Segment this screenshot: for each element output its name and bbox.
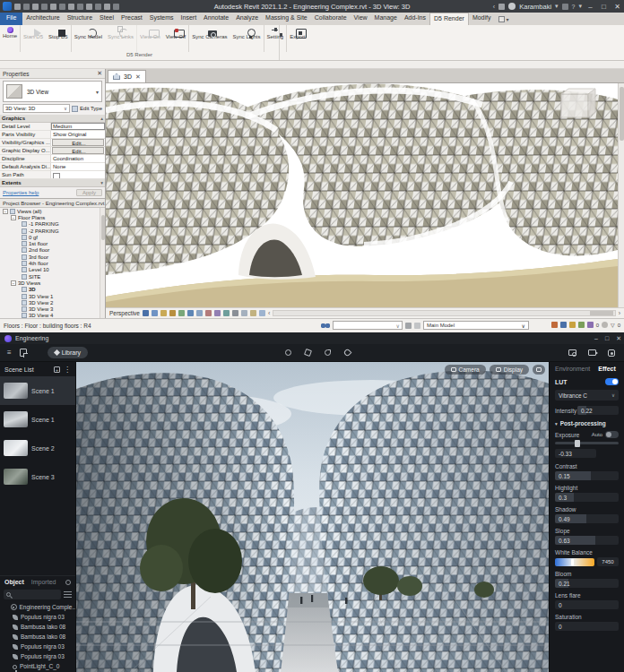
scene-item[interactable]: Scene 3 — [0, 462, 75, 491]
view-cube[interactable] — [561, 89, 595, 117]
property-value[interactable]: Show Original — [51, 131, 105, 138]
temporary-view-properties-icon[interactable] — [232, 310, 238, 316]
open-icon[interactable] — [14, 4, 21, 10]
user-name[interactable]: Karambaki — [519, 3, 551, 11]
list-view-icon[interactable] — [64, 590, 72, 598]
help-caret-icon[interactable]: ▾ — [578, 3, 582, 10]
type-caret-icon[interactable]: ▾ — [96, 89, 99, 95]
editable-only-icon[interactable] — [405, 323, 412, 329]
worksharing-icon[interactable] — [551, 322, 558, 328]
ribbon-tab[interactable]: View — [351, 13, 371, 25]
camera-button[interactable]: Camera — [445, 365, 486, 375]
unlocked-view-icon[interactable] — [205, 310, 212, 316]
object-tree-item[interactable]: ▸ Engineering Comple... — [0, 602, 75, 612]
post-processing-header[interactable]: ▾ Post-processing — [555, 420, 619, 426]
d5-restore-button[interactable]: □ — [605, 335, 609, 341]
switch-windows-icon[interactable] — [113, 4, 119, 10]
lut-preset-select[interactable]: Vibrance C ∨ — [555, 390, 619, 401]
scene-item[interactable]: Scene 1 — [0, 405, 75, 434]
section-expand-icon[interactable]: ▾ — [100, 180, 103, 185]
dimension-icon[interactable] — [68, 4, 74, 10]
tree-floor-plans[interactable]: − Floor Plans — [0, 214, 105, 220]
section-graphics[interactable]: Graphics ▴ — [0, 115, 105, 123]
property-value[interactable]: Edit... — [52, 139, 104, 146]
render-icon[interactable] — [178, 310, 185, 316]
design-option-input[interactable]: ∨ — [333, 321, 403, 330]
property-value[interactable] — [51, 171, 105, 178]
properties-help-link[interactable]: Properties help — [3, 190, 39, 195]
param-slider-input[interactable]: 0 — [555, 622, 619, 631]
param-slider-input[interactable]: 0.49 — [555, 514, 619, 523]
d5-minimize-button[interactable]: – — [594, 335, 598, 341]
worksets-icon[interactable] — [414, 323, 420, 329]
scene-menu-icon[interactable]: ⋮ — [64, 366, 71, 374]
object-tree-item[interactable]: ▸ Populus nigra 03 — [0, 612, 75, 622]
property-row[interactable]: Graphic Display O... Edit... — [0, 147, 105, 155]
view-selector[interactable]: 3D View: 3D ∨ — [3, 104, 70, 113]
exposure-slider[interactable] — [555, 442, 619, 444]
main-model-select[interactable]: Main Model ∨ — [423, 321, 529, 330]
video-export-icon[interactable] — [588, 349, 596, 356]
show-crop-icon[interactable] — [196, 310, 203, 316]
object-tree-item[interactable]: ▸ Populus nigra 03 — [0, 651, 75, 661]
ribbon-tab[interactable]: File — [0, 13, 22, 25]
section-extents[interactable]: Extents ▾ — [0, 179, 105, 187]
select-underlay-icon[interactable] — [602, 322, 608, 328]
worksharing-display-icon[interactable] — [241, 310, 247, 316]
viewport-vscrollbar[interactable] — [618, 83, 624, 307]
path-tool-icon[interactable] — [325, 349, 331, 356]
param-slider-input[interactable]: 0.15 — [555, 471, 619, 480]
menu-icon[interactable]: ≡ — [7, 349, 12, 357]
filter-icon[interactable]: ▽ — [611, 322, 615, 328]
ribbon-button[interactable]: Start D5 — [21, 25, 46, 52]
ribbon-button[interactable]: Sync Lights — [230, 25, 264, 52]
library-button[interactable]: Library — [48, 347, 88, 358]
param-slider-input[interactable]: 0 — [555, 600, 619, 609]
shadows-icon[interactable] — [169, 310, 176, 316]
exclude-options-icon[interactable] — [587, 322, 594, 328]
auto-exposure-toggle[interactable] — [605, 431, 619, 438]
browser-3d-view-item[interactable]: 3D View 1 — [0, 293, 105, 299]
ribbon-button[interactable]: View Off — [163, 25, 189, 52]
collapse-icon[interactable]: − — [11, 280, 16, 286]
collapse-icon[interactable]: − — [3, 209, 8, 214]
measure-icon[interactable] — [59, 4, 65, 10]
sign-in-icon[interactable] — [498, 4, 505, 10]
design-options-icon[interactable] — [578, 322, 585, 328]
ribbon-state-caret-icon[interactable]: ▾ — [507, 16, 509, 22]
type-selector[interactable]: 3D View ▾ — [3, 81, 102, 102]
particle-tool-icon[interactable] — [343, 349, 352, 358]
3d-view-icon[interactable] — [86, 4, 92, 10]
tab-environment[interactable]: Environment — [555, 366, 590, 372]
object-tree-item[interactable]: ▸ Bambusa lako 08 — [0, 632, 75, 642]
object-tree-item[interactable]: ▸ Bambusa lako 08 — [0, 622, 75, 632]
ribbon-button[interactable]: Stop D5 — [46, 25, 72, 52]
property-row[interactable]: Parts Visibility Show Original — [0, 131, 105, 139]
ribbon-tab[interactable]: Insert — [178, 13, 201, 25]
visual-style-icon[interactable] — [143, 310, 149, 316]
tree-3d-views[interactable]: − 3D Views — [0, 280, 105, 286]
scene-item[interactable]: Scene 2 — [0, 434, 75, 462]
brush-tool-icon[interactable] — [304, 349, 312, 357]
sun-path-icon[interactable] — [160, 310, 167, 316]
browser-floor-item[interactable]: 4th floor — [0, 260, 105, 266]
browser-floor-item[interactable]: 0 gf — [0, 234, 105, 240]
ribbon-tab[interactable]: D5 Render — [429, 13, 469, 25]
ribbon-tab[interactable]: Annotate — [200, 13, 232, 25]
param-slider-input[interactable]: 0.3 — [555, 493, 619, 502]
ribbon-tab[interactable]: Steel — [96, 13, 117, 25]
expand-bar-icon[interactable]: ‹ — [268, 310, 270, 316]
ribbon-button[interactable]: Export — [287, 25, 308, 52]
ribbon-tab[interactable]: Massing & Site — [262, 13, 311, 25]
lut-toggle[interactable] — [605, 378, 619, 385]
ribbon-button[interactable]: Sync Links — [105, 25, 137, 52]
intensity-input[interactable]: 0.22 — [577, 406, 619, 415]
section-collapse-icon[interactable]: ▴ — [100, 116, 103, 121]
help-icon[interactable]: ? — [572, 4, 576, 10]
exposure-input[interactable]: -0.33 — [555, 449, 596, 458]
ribbon-button[interactable]: Home — [0, 25, 21, 52]
print-icon[interactable] — [50, 4, 56, 10]
ribbon-tab[interactable]: Collaborate — [311, 13, 351, 25]
save-icon[interactable] — [23, 4, 30, 10]
d5-close-button[interactable]: ✕ — [616, 335, 621, 342]
